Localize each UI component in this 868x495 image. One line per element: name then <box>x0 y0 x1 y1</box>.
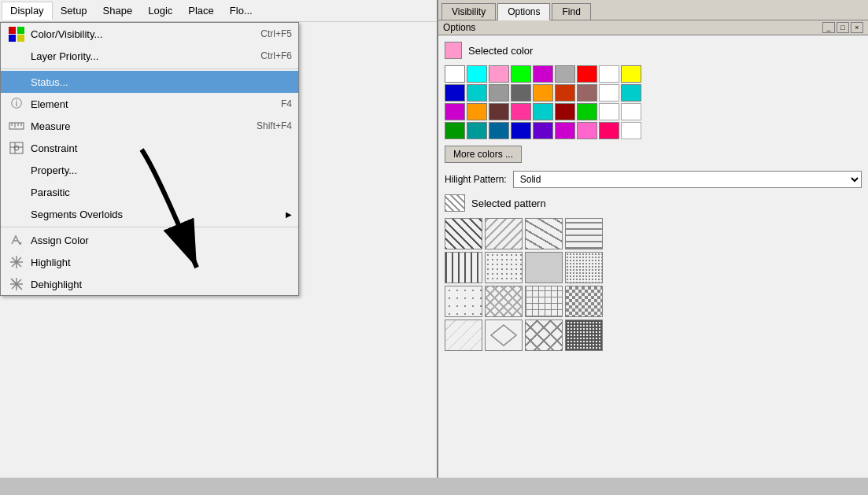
close-panel-button[interactable]: × <box>851 22 863 33</box>
selected-pattern-swatch[interactable] <box>445 194 465 212</box>
pattern-cell-check[interactable] <box>565 286 603 317</box>
menu-item-parasitic[interactable]: Parasitic <box>1 181 298 203</box>
options-panel: Visibility Options Find Options _ □ × Se… <box>437 0 868 478</box>
color-cell[interactable] <box>511 65 531 83</box>
element-label: Element <box>31 98 265 110</box>
menu-item-color-visibility[interactable]: Color/Visibility... Ctrl+F5 <box>1 23 298 45</box>
color-cell[interactable] <box>533 84 553 102</box>
color-cell[interactable] <box>621 65 641 83</box>
menu-place[interactable]: Place <box>180 2 222 19</box>
menu-item-constraint[interactable]: Constraint <box>1 137 298 159</box>
pattern-cell-dense[interactable] <box>565 320 603 351</box>
selected-color-label: Selected color <box>468 45 533 57</box>
menu-item-assign-color[interactable]: Assign Color <box>1 229 298 251</box>
color-cell[interactable] <box>533 65 553 83</box>
tab-find[interactable]: Find <box>552 3 590 20</box>
tab-visibility[interactable]: Visibility <box>441 3 496 20</box>
menu-item-highlight[interactable]: Highlight <box>1 251 298 273</box>
menu-item-segments[interactable]: Segments Overloids ▶ <box>1 203 298 225</box>
ruler-icon <box>7 118 26 134</box>
color-cell[interactable] <box>621 103 641 120</box>
more-colors-button[interactable]: More colors ... <box>445 146 522 163</box>
color-cell[interactable] <box>511 103 531 120</box>
color-cell[interactable] <box>467 65 487 83</box>
pattern-cell-grid[interactable] <box>525 286 563 317</box>
measure-label: Measure <box>31 120 241 132</box>
menu-item-property[interactable]: Property... <box>1 159 298 181</box>
color-cell[interactable] <box>577 103 597 120</box>
pattern-cell-dots2[interactable] <box>565 252 603 283</box>
color-cell[interactable] <box>489 65 509 83</box>
menu-item-measure[interactable]: Measure Shift+F4 <box>1 115 298 137</box>
color-cell[interactable] <box>533 103 553 120</box>
restore-button[interactable]: □ <box>837 22 849 33</box>
color-cell[interactable] <box>621 122 641 139</box>
pattern-cell-cross1[interactable] <box>485 286 523 317</box>
constraint-label: Constraint <box>31 142 276 154</box>
selected-color-swatch[interactable] <box>445 42 462 59</box>
color-cell[interactable] <box>599 122 619 139</box>
color-cell[interactable] <box>599 65 619 83</box>
pattern-cell-xcross[interactable] <box>525 320 563 351</box>
parasitic-icon <box>7 184 26 200</box>
menu-logic[interactable]: Logic <box>140 2 180 19</box>
hilight-pattern-row: Hilight Pattern: Solid Hatch Cross Dots <box>445 171 862 188</box>
menu-shape[interactable]: Shape <box>95 2 141 19</box>
menu-flo[interactable]: Flo... <box>222 2 260 19</box>
pattern-cell-vert[interactable] <box>445 252 482 283</box>
status-icon <box>7 74 26 90</box>
color-cell[interactable] <box>511 122 531 139</box>
color-cell[interactable] <box>621 84 641 102</box>
measure-shortcut: Shift+F4 <box>257 120 292 131</box>
element-shortcut: F4 <box>281 98 292 109</box>
color-cell[interactable] <box>533 122 553 139</box>
color-cell[interactable] <box>445 65 465 83</box>
color-cell[interactable] <box>467 103 487 120</box>
color-cell[interactable] <box>555 65 575 83</box>
color-cell[interactable] <box>599 103 619 120</box>
menu-item-element[interactable]: ⓘ Element F4 <box>1 93 298 115</box>
color-cell[interactable] <box>489 84 509 102</box>
hilight-pattern-select[interactable]: Solid Hatch Cross Dots <box>513 171 862 188</box>
dehighlight-star-icon <box>7 276 26 292</box>
menu-item-status[interactable]: Status... <box>1 71 298 93</box>
highlight-star-icon <box>7 254 26 270</box>
tab-options[interactable]: Options <box>497 3 550 20</box>
color-cell[interactable] <box>467 122 487 139</box>
color-cell[interactable] <box>445 84 465 102</box>
color-cell[interactable] <box>599 84 619 102</box>
color-cell[interactable] <box>555 84 575 102</box>
pattern-cell-diamond[interactable] <box>485 320 523 351</box>
pattern-cell-light[interactable] <box>445 320 482 351</box>
pattern-cell-dots1[interactable] <box>485 252 523 283</box>
menu-display[interactable]: Display <box>2 2 53 20</box>
color-cell[interactable] <box>467 84 487 102</box>
color-cell[interactable] <box>511 84 531 102</box>
menu-setup[interactable]: Setup <box>53 2 95 19</box>
selected-pattern-row: Selected pattern <box>445 194 862 212</box>
color-cell[interactable] <box>555 103 575 120</box>
svg-rect-5 <box>10 142 23 153</box>
color-cell[interactable] <box>489 122 509 139</box>
color-cell[interactable] <box>577 84 597 102</box>
color-cell[interactable] <box>555 122 575 139</box>
property-icon <box>7 162 26 178</box>
pattern-cell-diag1[interactable] <box>445 218 482 249</box>
pattern-cell-sparse[interactable] <box>445 286 482 317</box>
color-cell[interactable] <box>577 65 597 83</box>
color-cell[interactable] <box>445 103 465 120</box>
menu-item-layer-priority[interactable]: Layer Priority... Ctrl+F6 <box>1 45 298 67</box>
color-cell[interactable] <box>577 122 597 139</box>
minimize-button[interactable]: _ <box>822 22 835 33</box>
pattern-cell-solid[interactable] <box>525 252 563 283</box>
panel-header: Options _ □ × <box>438 20 868 35</box>
pattern-cell-diag3[interactable] <box>525 218 563 249</box>
menu-area: Display Setup Shape Logic Place Flo... C <box>0 0 437 478</box>
menu-item-dehighlight[interactable]: Dehighlight <box>1 273 298 295</box>
color-cell[interactable] <box>445 122 465 139</box>
color-cell[interactable] <box>489 103 509 120</box>
pattern-cell-horiz[interactable] <box>565 218 603 249</box>
pattern-grid <box>445 218 862 351</box>
pattern-cell-diag2[interactable] <box>485 218 523 249</box>
hilight-pattern-label: Hilight Pattern: <box>445 174 507 185</box>
